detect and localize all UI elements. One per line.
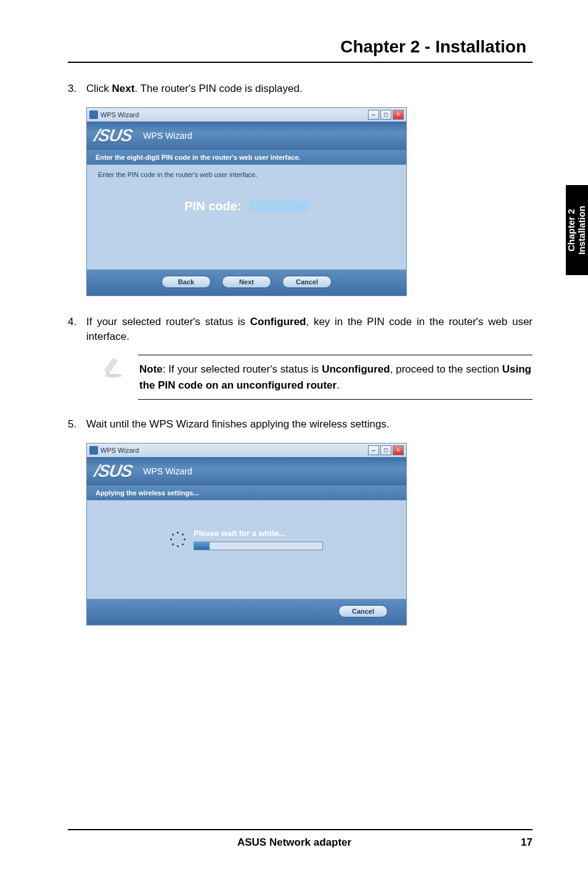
screenshot-progress: WPS Wizard – □ × /SUS WPS Wizard Applyin…	[86, 443, 533, 625]
window-titlebar[interactable]: WPS Wizard – □ ×	[87, 444, 406, 457]
step-4: 4. If your selected router's status is C…	[68, 315, 533, 344]
step-text: Wait until the WPS Wizard finishes apply…	[86, 417, 533, 432]
window-title: WPS Wizard	[100, 111, 139, 118]
dialog-header: /SUS WPS Wizard	[87, 122, 406, 150]
dialog-subtitle: Enter the eight-digit PIN code in the ro…	[87, 150, 406, 165]
text: , proceed to the section	[390, 363, 502, 375]
minimize-button[interactable]: –	[368, 110, 379, 120]
close-button[interactable]: ×	[393, 110, 404, 120]
pin-value: 13533236	[249, 199, 309, 213]
divider-bottom	[68, 829, 533, 830]
asus-logo: /SUS	[92, 461, 134, 481]
text: : If your selected router's status is	[163, 363, 322, 375]
note-block: Note: If your selected router's status i…	[102, 355, 533, 400]
step-3: 3. Click Next. The router's PIN code is …	[68, 81, 533, 96]
minimize-button[interactable]: –	[368, 445, 379, 455]
text: Click	[86, 83, 112, 94]
chapter-side-tab: Chapter 2 Installation	[566, 185, 588, 275]
maximize-button[interactable]: □	[380, 445, 391, 455]
svg-rect-2	[105, 358, 117, 373]
back-button[interactable]: Back	[161, 276, 211, 288]
next-button[interactable]: Next	[222, 276, 271, 288]
step-text: If your selected router's status is Conf…	[86, 315, 533, 344]
footer-product: ASUS Network adapter	[68, 836, 521, 849]
spinner-icon	[170, 532, 186, 548]
screenshot-pin: WPS Wizard – □ × /SUS WPS Wizard Enter t…	[86, 107, 533, 296]
step-text: Click Next. The router's PIN code is dis…	[86, 81, 533, 96]
note-lead: Note	[139, 363, 163, 375]
progress-bar	[194, 542, 323, 550]
bold: Configured	[250, 316, 306, 328]
pin-label: PIN code:	[184, 199, 241, 213]
app-icon	[89, 446, 98, 455]
app-icon	[89, 110, 98, 119]
page-number: 17	[521, 836, 533, 849]
window-title: WPS Wizard	[100, 447, 139, 454]
pencil-icon	[102, 355, 127, 379]
text: If your selected router's status is	[86, 316, 250, 328]
text: .	[337, 379, 340, 391]
text: . The router's PIN code is displayed.	[134, 83, 302, 94]
chapter-title: Chapter 2 - Installation	[68, 37, 533, 57]
close-button[interactable]: ×	[393, 445, 404, 455]
dialog-title: WPS Wizard	[143, 466, 192, 476]
side-tab-line1: Chapter 2	[566, 208, 577, 251]
step-number: 5.	[68, 417, 86, 432]
asus-logo: /SUS	[92, 126, 134, 146]
dialog-subtitle: Applying the wireless settings...	[87, 485, 406, 500]
step-number: 3.	[68, 81, 86, 96]
dialog-header: /SUS WPS Wizard	[87, 457, 406, 485]
step-number: 4.	[68, 315, 86, 344]
maximize-button[interactable]: □	[380, 110, 391, 120]
divider-top	[68, 62, 533, 63]
dialog-title: WPS Wizard	[143, 131, 192, 141]
step-5: 5. Wait until the WPS Wizard finishes ap…	[68, 417, 533, 432]
side-tab-line2: Installation	[577, 205, 587, 254]
cancel-button[interactable]: Cancel	[338, 605, 388, 617]
window-titlebar[interactable]: WPS Wizard – □ ×	[87, 108, 406, 122]
cancel-button[interactable]: Cancel	[282, 276, 332, 288]
progress-label: Please wait for a while...	[194, 529, 285, 538]
instruction-text: Enter the PIN code in the router's web u…	[98, 171, 395, 178]
bold: Unconfigured	[322, 363, 390, 375]
bold: Next	[112, 83, 135, 94]
svg-point-0	[105, 374, 122, 377]
